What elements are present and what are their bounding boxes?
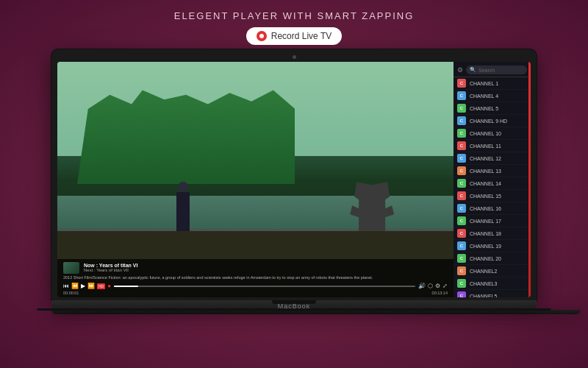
controls-row: ⏮ ⏪ ▶ ⏩ HD ● 🔊 ⬡ ⚙ <box>63 283 448 289</box>
channel-name: CHANNEL 5 <box>470 106 498 111</box>
channel-item[interactable]: CCHANNEL 5 <box>453 102 531 115</box>
channel-badge: C <box>457 91 466 100</box>
time-current: 00:00:01 <box>63 291 79 295</box>
channel-name: CHANNEL 17 <box>470 219 501 224</box>
overlay-titles: Now : Years of titan VI Next : Years of … <box>84 263 448 272</box>
record-button-label: Record Live TV <box>271 31 331 41</box>
channel-item[interactable]: CCHANNEL 13 <box>453 165 531 177</box>
channel-item[interactable]: CCHANNEL 14 <box>453 177 531 190</box>
controls-right: 🔊 ⬡ ⚙ ⤢ <box>418 283 448 289</box>
channel-list: CCHANNEL 1CCHANNEL 4CCHANNEL 5CCHANNEL 9… <box>453 77 531 297</box>
channel-name: CHANNEL 15 <box>470 194 501 199</box>
channel-badge: C <box>457 166 466 175</box>
settings-icon[interactable]: ⚙ <box>435 283 440 289</box>
overlay-thumbnail <box>63 262 79 274</box>
overlay-title-row: Now : Years of titan VI Next : Years of … <box>63 262 448 274</box>
channel-badge: C <box>457 229 466 238</box>
expand-icon[interactable]: ⤢ <box>442 283 448 289</box>
channel-name: CHANNEL2 <box>470 269 497 274</box>
channel-badge: C <box>457 191 466 200</box>
channel-item[interactable]: CCHANNEL 12 <box>453 152 531 165</box>
channel-name: CHANNEL 12 <box>470 156 501 161</box>
channel-item[interactable]: CCHANNEL 17 <box>453 215 531 227</box>
channel-badge: C <box>457 129 466 138</box>
controls-left: ⏮ ⏪ ▶ ⏩ HD ● <box>63 283 111 289</box>
channel-badge: C <box>457 291 466 297</box>
laptop-notch <box>272 300 316 304</box>
time-right: 00:13:14 <box>432 291 448 295</box>
channel-name: CHANNEL 20 <box>470 256 501 261</box>
scene-person <box>176 192 190 236</box>
airplay-icon[interactable]: ⬡ <box>428 283 433 289</box>
search-placeholder: Search <box>478 68 495 73</box>
channel-badge: C <box>457 204 466 213</box>
channel-item[interactable]: CCHANNEL 10 <box>453 127 531 140</box>
camera-dot <box>293 55 296 59</box>
channel-item[interactable]: CCHANNEL 16 <box>453 202 531 215</box>
skip-forward-icon[interactable]: ⏩ <box>87 283 95 289</box>
channel-item[interactable]: CCHANNEL 18 <box>453 227 531 240</box>
skip-back-icon[interactable]: ⏪ <box>71 283 79 289</box>
channel-name: CHANNEL 1 <box>470 81 498 86</box>
channel-name: CHANNEL 13 <box>470 169 501 174</box>
scene-trees <box>77 90 295 184</box>
search-icon: 🔍 <box>470 67 476 73</box>
volume-icon[interactable]: 🔊 <box>418 283 426 289</box>
channel-item[interactable]: CCHANNEL3 <box>453 277 531 290</box>
play-icon[interactable]: ▶ <box>81 283 85 289</box>
video-description: 2012 Short Film/Science Fiction: an apoc… <box>63 275 448 280</box>
progress-bar[interactable] <box>114 286 415 287</box>
channel-sidebar: ⚙ 🔍 Search CCHANNEL 1CCHANNEL 4CCHANNEL … <box>453 62 531 297</box>
video-overlay: Now : Years of titan VI Next : Years of … <box>57 259 453 297</box>
record-icon <box>257 31 267 41</box>
channel-name: CHANNEL 9 HD <box>470 118 507 124</box>
channel-name: CHANNEL 14 <box>470 181 501 186</box>
video-title: Now : Years of titan VI <box>84 263 448 268</box>
laptop-bottom-bezel: MacBook <box>51 300 537 311</box>
sidebar-header: ⚙ 🔍 Search <box>453 62 531 77</box>
channel-badge: C <box>457 154 466 163</box>
channel-badge: C <box>457 141 466 150</box>
record-live-button[interactable]: Record Live TV <box>246 27 342 45</box>
laptop-container: Now : Years of titan VI Next : Years of … <box>51 49 537 314</box>
sidebar-settings-icon[interactable]: ⚙ <box>457 66 463 74</box>
header: ELEGENT PLAYER WITH SMART ZAPPING Record… <box>174 0 415 45</box>
channel-name: CHANNEL5 <box>470 294 497 298</box>
channel-badge: C <box>457 254 466 263</box>
laptop-screen: Now : Years of titan VI Next : Years of … <box>57 62 531 297</box>
video-area: Now : Years of titan VI Next : Years of … <box>57 62 453 297</box>
channel-name: CHANNEL 18 <box>470 231 501 236</box>
channel-item[interactable]: CCHANNEL 20 <box>453 252 531 265</box>
channel-name: CHANNEL 10 <box>470 131 501 136</box>
progress-fill <box>114 286 138 287</box>
channel-badge: C <box>457 104 466 113</box>
hd-badge: HD <box>97 283 105 289</box>
rewind-icon[interactable]: ⏮ <box>63 283 69 289</box>
channel-item[interactable]: CCHANNEL5 <box>453 290 531 297</box>
channel-name: CHANNEL 16 <box>470 206 501 211</box>
channel-name: CHANNEL 11 <box>470 144 501 149</box>
channel-name: CHANNEL 19 <box>470 244 501 249</box>
sidebar-search-box[interactable]: 🔍 Search <box>466 66 527 74</box>
channel-name: CHANNEL3 <box>470 281 497 286</box>
controls-bottom-row: 00:00:01 00:13:14 <box>63 291 448 295</box>
screen-bezel: Now : Years of titan VI Next : Years of … <box>51 49 537 300</box>
channel-item[interactable]: CCHANNEL 15 <box>453 190 531 202</box>
channel-item[interactable]: CCHANNEL2 <box>453 265 531 277</box>
channel-badge: C <box>457 266 466 275</box>
channel-item[interactable]: CCHANNEL 4 <box>453 90 531 102</box>
video-subtitle: Next : Years of titan VII <box>84 268 448 272</box>
channel-badge: C <box>457 179 466 188</box>
sidebar-accent <box>528 62 531 297</box>
record-indicator: ● <box>107 283 111 289</box>
channel-item[interactable]: CCHANNEL 11 <box>453 140 531 152</box>
channel-badge: C <box>457 216 466 225</box>
channel-badge: C <box>457 79 466 88</box>
channel-item[interactable]: CCHANNEL 1 <box>453 77 531 90</box>
channel-item[interactable]: CCHANNEL 19 <box>453 240 531 252</box>
channel-name: CHANNEL 4 <box>470 93 498 99</box>
header-title: ELEGENT PLAYER WITH SMART ZAPPING <box>174 10 415 21</box>
channel-badge: C <box>457 241 466 250</box>
channel-item[interactable]: CCHANNEL 9 HD <box>453 115 531 127</box>
channel-badge: C <box>457 116 466 125</box>
